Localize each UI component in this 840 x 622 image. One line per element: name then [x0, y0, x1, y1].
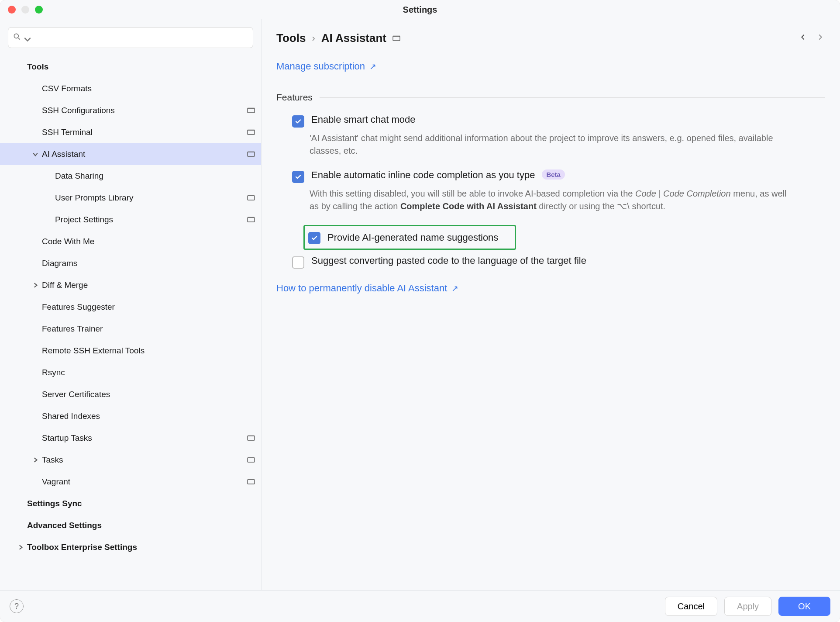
- svg-rect-12: [248, 436, 255, 440]
- chevron-right-icon[interactable]: [31, 282, 40, 288]
- feature-checkbox-3[interactable]: [292, 256, 304, 269]
- chevron-down-icon[interactable]: [31, 151, 40, 157]
- tree-item-label: CSV Formats: [42, 84, 255, 93]
- feature-head: Enable smart chat mode: [292, 114, 825, 128]
- tree-item-code-with-me[interactable]: Code With Me: [0, 231, 261, 252]
- settings-tree[interactable]: ToolsCSV FormatsSSH ConfigurationsSSH Te…: [0, 56, 261, 558]
- scope-icon: [247, 149, 255, 159]
- close-window-button[interactable]: [8, 6, 16, 14]
- window-body: ToolsCSV FormatsSSH ConfigurationsSSH Te…: [0, 19, 840, 590]
- footer: ? Cancel Apply OK: [0, 590, 840, 622]
- tree-item-label: User Prompts Library: [55, 193, 247, 203]
- tree-item-label: Remote SSH External Tools: [42, 346, 255, 356]
- scope-icon: [247, 193, 255, 203]
- svg-rect-14: [248, 458, 255, 462]
- ok-button[interactable]: OK: [778, 597, 830, 616]
- tree-item-label: Startup Tasks: [42, 433, 247, 443]
- titlebar: Settings: [0, 0, 840, 19]
- feature-description: With this setting disabled, you will sti…: [310, 187, 790, 213]
- settings-search[interactable]: [8, 27, 253, 48]
- tree-group-toolbox-enterprise-settings[interactable]: Toolbox Enterprise Settings: [0, 536, 261, 558]
- help-button[interactable]: ?: [10, 599, 24, 613]
- chevron-right-icon[interactable]: [31, 457, 40, 463]
- tree-item-label: Features Suggester: [42, 302, 255, 312]
- svg-rect-3: [248, 107, 255, 109]
- external-link-icon: ↗: [451, 284, 458, 293]
- highlighted-feature: Provide AI-generated name suggestions: [303, 225, 516, 250]
- tree-item-rsync[interactable]: Rsync: [0, 362, 261, 384]
- svg-rect-11: [248, 217, 255, 218]
- feature-label: Enable automatic inline code completion …: [311, 169, 535, 181]
- tree-item-csv-formats[interactable]: CSV Formats: [0, 78, 261, 100]
- manage-subscription-label: Manage subscription: [276, 61, 365, 72]
- svg-rect-13: [248, 435, 255, 436]
- search-icon: [13, 32, 21, 43]
- feature-checkbox-0[interactable]: [292, 115, 304, 128]
- tree-item-diff-merge[interactable]: Diff & Merge: [0, 274, 261, 296]
- feature-head: Suggest converting pasted code to the la…: [292, 255, 825, 269]
- svg-rect-8: [248, 196, 255, 200]
- chevron-right-icon[interactable]: [16, 544, 25, 550]
- tree-item-startup-tasks[interactable]: Startup Tasks: [0, 427, 261, 449]
- disable-ai-link[interactable]: How to permanently disable AI Assistant …: [276, 283, 458, 294]
- tree-item-diagrams[interactable]: Diagrams: [0, 252, 261, 274]
- tree-item-label: AI Assistant: [42, 149, 247, 159]
- tree-item-features-suggester[interactable]: Features Suggester: [0, 296, 261, 318]
- beta-badge: Beta: [542, 169, 565, 180]
- feature-description: 'AI Assistant' chat might send additiona…: [310, 132, 790, 157]
- disable-link-row: How to permanently disable AI Assistant …: [276, 283, 825, 294]
- tree-item-remote-ssh-external-tools[interactable]: Remote SSH External Tools: [0, 340, 261, 362]
- tree-item-label: Toolbox Enterprise Settings: [27, 543, 255, 552]
- tree-item-server-certificates[interactable]: Server Certificates: [0, 384, 261, 405]
- tree-subitem-project-settings[interactable]: Project Settings: [0, 209, 261, 231]
- search-input[interactable]: [30, 32, 248, 43]
- tree-group-tools[interactable]: Tools: [0, 56, 261, 78]
- svg-rect-19: [393, 35, 400, 37]
- nav-back-button[interactable]: [798, 32, 808, 44]
- tree-subitem-data-sharing[interactable]: Data Sharing: [0, 165, 261, 187]
- search-options-caret[interactable]: [23, 35, 28, 40]
- features-list: Enable smart chat mode'AI Assistant' cha…: [276, 111, 825, 270]
- tree-item-features-trainer[interactable]: Features Trainer: [0, 318, 261, 340]
- feature-row-0: Enable smart chat mode'AI Assistant' cha…: [276, 111, 825, 166]
- svg-rect-15: [248, 457, 255, 458]
- tree-subitem-user-prompts-library[interactable]: User Prompts Library: [0, 187, 261, 209]
- minimize-window-button[interactable]: [21, 6, 29, 14]
- tree-item-ssh-configurations[interactable]: SSH Configurations: [0, 100, 261, 121]
- window-controls: [8, 6, 43, 14]
- settings-window: Settings ToolsCSV FormatsSSH Configurati…: [0, 0, 840, 622]
- breadcrumb-parent[interactable]: Tools: [276, 31, 306, 45]
- disable-ai-label: How to permanently disable AI Assistant: [276, 283, 447, 294]
- scope-icon: [247, 433, 255, 443]
- svg-rect-10: [248, 218, 255, 222]
- tree-item-label: Diff & Merge: [42, 280, 255, 290]
- svg-point-0: [14, 34, 18, 38]
- content-panel: Tools › AI Assistant Manage subsc: [262, 19, 840, 590]
- external-link-icon: ↗: [369, 62, 376, 71]
- scope-icon: [247, 106, 255, 115]
- zoom-window-button[interactable]: [35, 6, 43, 14]
- tree-item-label: Project Settings: [55, 215, 247, 225]
- tree-item-vagrant[interactable]: Vagrant: [0, 471, 261, 493]
- tree-item-shared-indexes[interactable]: Shared Indexes: [0, 405, 261, 427]
- feature-row-1: Enable automatic inline code completion …: [276, 166, 825, 221]
- feature-checkbox-1[interactable]: [292, 171, 304, 183]
- cancel-button[interactable]: Cancel: [665, 597, 717, 616]
- svg-rect-18: [393, 36, 400, 41]
- feature-row-3: Suggest converting pasted code to the la…: [276, 252, 825, 270]
- tree-item-label: Features Trainer: [42, 324, 255, 334]
- feature-label: Enable smart chat mode: [311, 114, 415, 125]
- tree-group-settings-sync[interactable]: Settings Sync: [0, 493, 261, 515]
- tree-group-advanced-settings[interactable]: Advanced Settings: [0, 515, 261, 536]
- feature-row-2: Provide AI-generated name suggestions: [276, 221, 825, 252]
- tree-item-tasks[interactable]: Tasks: [0, 449, 261, 471]
- feature-checkbox-2[interactable]: [308, 232, 320, 244]
- tree-item-ai-assistant[interactable]: AI Assistant: [0, 143, 261, 165]
- tree-item-ssh-terminal[interactable]: SSH Terminal: [0, 121, 261, 143]
- feature-label: Suggest converting pasted code to the la…: [311, 255, 586, 266]
- breadcrumb: Tools › AI Assistant: [276, 31, 825, 45]
- svg-rect-5: [248, 129, 255, 131]
- manage-subscription-link[interactable]: Manage subscription ↗: [276, 61, 376, 72]
- tree-item-label: Server Certificates: [42, 390, 255, 399]
- tree-item-label: Rsync: [42, 368, 255, 377]
